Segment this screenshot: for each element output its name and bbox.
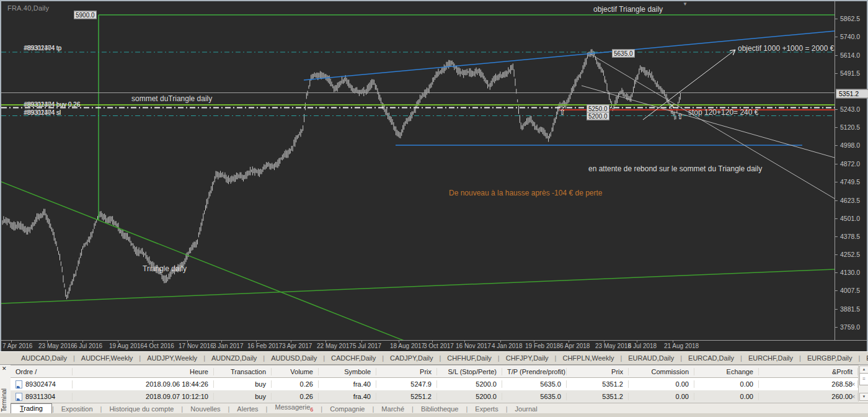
terminal-panel: ✕ Terminal Ordre /HeureTransactionVolume…	[0, 365, 868, 413]
price-axis-label: 4623.5	[840, 197, 860, 204]
buy-arrow-marker: ⇧	[677, 112, 684, 121]
date-axis-label: 4 Jan 2018	[492, 343, 523, 349]
price-axis-label: 5491.5	[840, 70, 860, 77]
column-header[interactable]: Symbole	[319, 368, 376, 375]
column-header[interactable]: Transaction	[214, 368, 272, 375]
price-axis-label: 5120.5	[840, 123, 860, 131]
table-row[interactable]: 893113042018.09.07 10:12:10buy0.26fra.40…	[11, 390, 858, 403]
mt4-window: objectif Triangle dailyobjectif 1000 +10…	[0, 0, 868, 417]
price-axis-label: 4007.5	[840, 287, 860, 294]
chart-tab-audcad[interactable]: AUDCAD,Daily	[15, 354, 73, 362]
date-axis-label: 6 Apr 2018	[560, 343, 590, 349]
close-order-icon[interactable]: ×	[851, 393, 855, 400]
price-axis-label: 4749.5	[840, 178, 860, 186]
terminal-tab-exposition[interactable]: Exposition	[54, 405, 100, 414]
chart-tab-cadjpy[interactable]: CADJPY,Daily	[384, 354, 440, 362]
column-header[interactable]: Heure	[73, 368, 214, 375]
chart-tab-chfjpy[interactable]: CHFJPY,Daily	[500, 354, 555, 362]
price-axis-label: 3759.0	[840, 323, 860, 331]
line-price-tag: 5200.0	[587, 112, 609, 120]
close-icon[interactable]: ✕	[2, 365, 7, 372]
gray-channel-upper[interactable]	[590, 54, 835, 199]
terminal-tab-march-[interactable]: Marché	[374, 405, 412, 414]
column-header[interactable]: Ordre /	[11, 368, 73, 375]
chart-tab-audnzd[interactable]: AUDNZD,Daily	[205, 354, 263, 362]
chart-tab-eurchf[interactable]: EURCHF,Daily	[742, 354, 799, 362]
terminal-tab-compagnie[interactable]: Compagnie	[322, 405, 372, 414]
chart-tab-eurhuf[interactable]: EURHUF,Weekly	[860, 354, 868, 362]
order-cell: buy	[214, 380, 272, 388]
order-line-label: #89311304 tp	[24, 45, 61, 52]
price-axis[interactable]: 5351.2 5862.55740.05614.05491.55243.0512…	[835, 1, 868, 340]
date-axis-label: 16 Nov 2017	[456, 343, 491, 349]
terminal-tab-nouvelles[interactable]: Nouvelles	[183, 405, 228, 414]
chart-annotation: en attente de rebond sur le sommet du Tr…	[588, 164, 762, 173]
orders-table-header[interactable]: Ordre /HeureTransactionVolumeSymbolePrix…	[11, 365, 858, 378]
triangle-upper-trendline[interactable]	[1, 182, 414, 340]
order-cell: 0.00	[694, 393, 759, 400]
terminal-tab-bibliotheque[interactable]: Bibliotheque	[414, 405, 466, 414]
close-order-icon[interactable]: ×	[851, 380, 855, 388]
chart-tab-chfpln[interactable]: CHFPLN,Weekly	[556, 354, 620, 362]
chart-tab-audusd[interactable]: AUDUSD,Daily	[265, 354, 323, 362]
date-axis-label: 6 Jul 2018	[628, 343, 657, 349]
chart-tab-audjpy[interactable]: AUDJPY,Weekly	[141, 354, 203, 362]
scrollbar-thumb[interactable]: ≡	[859, 373, 868, 385]
column-header[interactable]: Commission	[629, 368, 694, 375]
gray-channel-lower[interactable]	[582, 86, 835, 158]
triangle-lower-trendline[interactable]	[1, 269, 835, 303]
chart-tab-cadchf[interactable]: CADCHF,Daily	[325, 354, 382, 362]
order-cell: fra.40	[319, 380, 376, 388]
price-axis-tick	[835, 73, 838, 74]
order-cell: 89311304	[11, 393, 73, 401]
terminal-tab-journal[interactable]: Journal	[508, 405, 545, 414]
chart-annotation: stop 120+120= 240 €	[688, 108, 758, 117]
terminal-tab-experts[interactable]: Experts	[467, 405, 505, 414]
column-header[interactable]: Echange	[694, 368, 759, 375]
chart-plot-area[interactable]: objectif Triangle dailyobjectif 1000 +10…	[1, 1, 835, 340]
column-header[interactable]: Prix	[567, 368, 629, 375]
terminal-tab-trading[interactable]: Trading	[11, 403, 52, 414]
column-header[interactable]: &Profit	[759, 368, 858, 375]
scroll-down-icon[interactable]: ▼	[859, 393, 868, 401]
price-axis-label: 4130.0	[840, 269, 860, 276]
chart-tab-audchf[interactable]: AUDCHF,Weekly	[75, 354, 140, 362]
date-axis-label: 19 Feb 2018	[525, 343, 560, 349]
price-axis-tick	[835, 218, 838, 219]
date-axis-label: 19 Aug 2016	[109, 343, 144, 349]
chart-tab-eurcad[interactable]: EURCAD,Daily	[682, 354, 740, 362]
price-axis-tick	[835, 164, 838, 164]
chart-shift-marker: ▼	[683, 1, 688, 7]
date-axis-label: 18 Aug 2017	[390, 343, 425, 349]
column-header[interactable]: S/L (Stop/Perte)	[437, 368, 502, 375]
terminal-tab-messagerie[interactable]: Messagerie6	[267, 403, 321, 414]
date-axis[interactable]: 7 Apr 201623 May 20166 Jul 201619 Aug 20…	[1, 340, 867, 352]
chart-tab-eurgbp[interactable]: EURGBP,Daily	[801, 354, 859, 362]
price-axis-label: 4252.5	[840, 251, 860, 258]
order-cell: 0.00	[629, 393, 694, 400]
order-cell: 0.26	[272, 393, 319, 400]
order-cell: 0.00	[694, 380, 759, 388]
price-axis-tick	[835, 109, 838, 110]
chart-tab-chfhuf[interactable]: CHFHUF,Daily	[441, 354, 498, 362]
column-header[interactable]: Volume	[272, 368, 319, 375]
date-axis-label: 3 Oct 2017	[423, 343, 454, 349]
column-header[interactable]: Prix	[376, 368, 437, 375]
price-axis-label: 5862.5	[840, 15, 860, 22]
table-row[interactable]: 893024742018.09.06 18:44:26buy0.26fra.40…	[11, 378, 858, 390]
blue-trendline[interactable]	[304, 31, 835, 80]
terminal-tab-alertes[interactable]: Alertes	[229, 405, 265, 414]
price-axis-tick	[835, 272, 838, 273]
chart-symbol-label[interactable]: FRA.40,Daily	[5, 4, 49, 12]
terminal-tab-historique-du-compte[interactable]: Historique du compte	[102, 405, 181, 414]
order-cell: 89302474	[11, 380, 73, 388]
line-price-tag: 5900.0	[74, 11, 97, 19]
table-scrollbar[interactable]: ▲ ≡ ▼	[858, 365, 868, 401]
chart-window: objectif Triangle dailyobjectif 1000 +10…	[0, 0, 868, 351]
date-axis-label: 23 May 2016	[38, 343, 74, 349]
order-cell: buy	[214, 393, 272, 400]
column-header[interactable]: T/P (Prendre/profit)	[502, 368, 567, 375]
date-axis-label: 4 Oct 2016	[144, 343, 174, 349]
line-price-tag: 5635.0	[612, 50, 635, 58]
chart-tab-euraud[interactable]: EURAUD,Daily	[622, 354, 680, 362]
